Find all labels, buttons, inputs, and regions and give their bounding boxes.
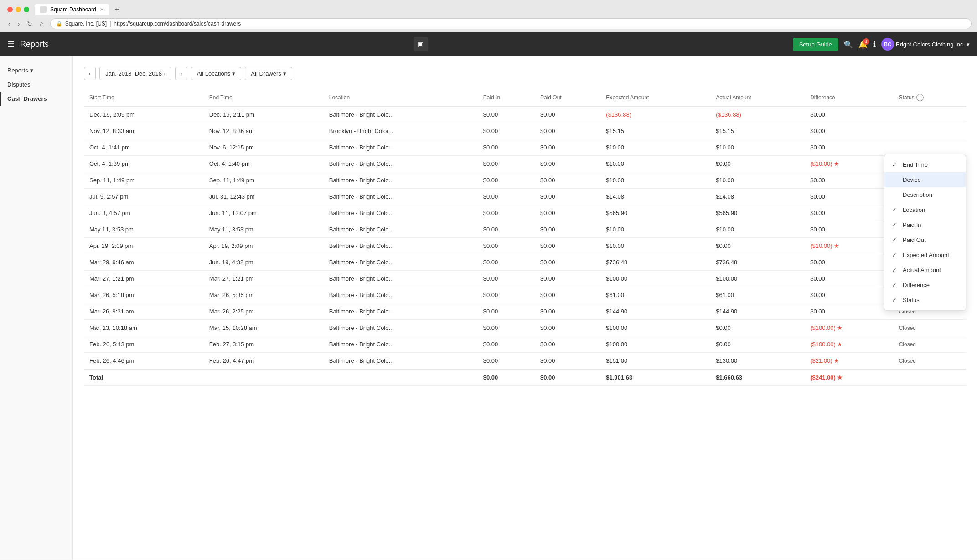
menu-icon[interactable]: ☰ xyxy=(7,39,15,49)
dropdown-item-label-0: End Time xyxy=(903,161,928,168)
cell-paid_in: $0.00 xyxy=(478,205,535,221)
account-dropdown-icon: ▾ xyxy=(967,41,970,48)
table-row[interactable]: Oct. 4, 1:39 pmOct. 4, 1:40 pmBaltimore … xyxy=(84,156,966,172)
col-header-location: Location xyxy=(324,89,478,106)
cell-expected_amount: $151.00 xyxy=(600,353,710,370)
setup-guide-button[interactable]: Setup Guide xyxy=(793,38,838,51)
dropdown-item-9[interactable]: ✓Status xyxy=(884,293,966,308)
cell-start_time: Mar. 29, 9:46 am xyxy=(84,254,204,271)
table-row[interactable]: Mar. 26, 9:31 amMar. 26, 2:25 pmBaltimor… xyxy=(84,303,966,320)
dropdown-item-label-1: Device xyxy=(903,176,921,183)
cell-difference: $0.00 xyxy=(805,139,893,156)
notification-button[interactable]: 🔔 1 xyxy=(858,40,868,49)
table-row[interactable]: Jul. 9, 2:57 pmJul. 31, 12:43 pmBaltimor… xyxy=(84,189,966,205)
add-column-button[interactable]: + xyxy=(916,94,924,101)
table-row[interactable]: Feb. 26, 5:13 pmFeb. 27, 3:15 pmBaltimor… xyxy=(84,336,966,353)
cash-drawers-label: Cash Drawers xyxy=(7,95,47,102)
table-row[interactable]: Mar. 27, 1:21 pmMar. 27, 1:21 pmBaltimor… xyxy=(84,271,966,287)
cell-paid_in: $0.00 xyxy=(478,353,535,370)
cell-paid_out: $0.00 xyxy=(535,254,600,271)
cell-end_time: Feb. 27, 3:15 pm xyxy=(204,336,324,353)
content-area: ‹ Jan. 2018–Dec. 2018 › › All Locations … xyxy=(73,56,977,560)
cell-end_time: Mar. 26, 2:25 pm xyxy=(204,303,324,320)
date-range-button[interactable]: Jan. 2018–Dec. 2018 › xyxy=(99,67,171,80)
cell-paid_out: $0.00 xyxy=(535,205,600,221)
prev-date-button[interactable]: ‹ xyxy=(84,67,96,80)
cell-location: Baltimore - Bright Colo... xyxy=(324,172,478,189)
dropdown-item-8[interactable]: ✓Difference xyxy=(884,277,966,293)
table-row[interactable]: Dec. 19, 2:09 pmDec. 19, 2:11 pmBaltimor… xyxy=(84,106,966,123)
notification-badge: 1 xyxy=(863,38,869,45)
cell-actual_amount: $0.00 xyxy=(710,320,805,336)
cell-paid_out: $0.00 xyxy=(535,172,600,189)
dropdown-item-3[interactable]: ✓Location xyxy=(884,202,966,217)
cell-location: Baltimore - Bright Colo... xyxy=(324,238,478,254)
total-cell-0: Total xyxy=(84,369,478,386)
cell-end_time: Mar. 27, 1:21 pm xyxy=(204,271,324,287)
dropdown-item-5[interactable]: ✓Paid Out xyxy=(884,232,966,247)
new-tab-button[interactable]: + xyxy=(111,4,123,15)
search-icon: 🔍 xyxy=(844,41,853,48)
dropdown-item-0[interactable]: ✓End Time xyxy=(884,157,966,172)
tab-label: Square Dashboard xyxy=(50,6,96,13)
cell-end_time: Apr. 19, 2:09 pm xyxy=(204,238,324,254)
status-header-container: Status + xyxy=(899,94,961,101)
table-row[interactable]: Sep. 11, 1:49 pmSep. 11, 1:49 pmBaltimor… xyxy=(84,172,966,189)
table-row[interactable]: Oct. 4, 1:41 pmNov. 6, 12:15 pmBaltimore… xyxy=(84,139,966,156)
info-button[interactable]: ℹ xyxy=(873,40,876,49)
dropdown-item-1[interactable]: Device xyxy=(884,172,966,187)
sidebar-item-disputes[interactable]: Disputes xyxy=(0,77,72,92)
cell-expected_amount: $100.00 xyxy=(600,320,710,336)
next-date-button[interactable]: › xyxy=(175,67,187,80)
dropdown-item-4[interactable]: ✓Paid In xyxy=(884,217,966,232)
table-row[interactable]: Feb. 26, 4:46 pmFeb. 26, 4:47 pmBaltimor… xyxy=(84,353,966,370)
table-row[interactable]: Jun. 8, 4:57 pmJun. 11, 12:07 pmBaltimor… xyxy=(84,205,966,221)
minimize-dot[interactable] xyxy=(16,7,21,12)
table-row[interactable]: Mar. 29, 9:46 amJun. 19, 4:32 pmBaltimor… xyxy=(84,254,966,271)
dropdown-item-label-4: Paid In xyxy=(903,221,921,228)
browser-tab[interactable]: Square Dashboard ✕ xyxy=(35,4,109,15)
ssl-lock-icon: 🔒 xyxy=(56,21,62,27)
dropdown-item-label-9: Status xyxy=(903,297,920,303)
cell-end_time: Oct. 4, 1:40 pm xyxy=(204,156,324,172)
close-dot[interactable] xyxy=(7,7,13,12)
cell-end_time: Jun. 11, 12:07 pm xyxy=(204,205,324,221)
account-button[interactable]: BC Bright Colors Clothing Inc. ▾ xyxy=(881,38,970,51)
cell-start_time: May 11, 3:53 pm xyxy=(84,221,204,238)
cell-actual_amount: $10.00 xyxy=(710,221,805,238)
dropdown-item-2[interactable]: Description xyxy=(884,187,966,202)
cell-paid_out: $0.00 xyxy=(535,238,600,254)
url-separator: | xyxy=(109,21,111,27)
avatar: BC xyxy=(881,38,894,51)
table-row[interactable]: Apr. 19, 2:09 pmApr. 19, 2:09 pmBaltimor… xyxy=(84,238,966,254)
table-row[interactable]: May 11, 3:53 pmMay 11, 3:53 pmBaltimore … xyxy=(84,221,966,238)
cell-actual_amount: $10.00 xyxy=(710,139,805,156)
search-button[interactable]: 🔍 xyxy=(844,40,853,49)
dropdown-item-6[interactable]: ✓Expected Amount xyxy=(884,247,966,262)
forward-button[interactable]: › xyxy=(15,19,23,28)
date-range-label: Jan. 2018–Dec. 2018 xyxy=(105,70,162,77)
dropdown-item-7[interactable]: ✓Actual Amount xyxy=(884,262,966,277)
dropdown-item-label-3: Location xyxy=(903,206,925,213)
cell-actual_amount: $144.90 xyxy=(710,303,805,320)
location-filter-button[interactable]: All Locations ▾ xyxy=(191,67,242,80)
total-cell-6 xyxy=(894,369,966,386)
back-button[interactable]: ‹ xyxy=(5,19,13,28)
col-header-actual-amount: Actual Amount xyxy=(710,89,805,106)
tab-close-button[interactable]: ✕ xyxy=(100,7,104,13)
table-row[interactable]: Mar. 26, 5:18 pmMar. 26, 5:35 pmBaltimor… xyxy=(84,287,966,303)
table-row[interactable]: Mar. 13, 10:18 amMar. 15, 10:28 amBaltim… xyxy=(84,320,966,336)
table-row[interactable]: Nov. 12, 8:33 amNov. 12, 8:36 amBrooklyn… xyxy=(84,123,966,139)
col-header-status[interactable]: Status + xyxy=(894,89,966,106)
url-bar[interactable]: 🔒 Square, Inc. [US] | https://squareup.c… xyxy=(50,18,972,29)
drawers-filter-button[interactable]: All Drawers ▾ xyxy=(245,67,292,80)
cell-actual_amount: $100.00 xyxy=(710,271,805,287)
refresh-button[interactable]: ↻ xyxy=(24,19,35,28)
cell-start_time: Oct. 4, 1:41 pm xyxy=(84,139,204,156)
home-button[interactable]: ⌂ xyxy=(37,19,46,28)
main-content: Reports ▾ Disputes Cash Drawers ‹ Jan. 2… xyxy=(0,56,977,560)
sidebar-item-cash-drawers[interactable]: Cash Drawers xyxy=(0,92,72,106)
sidebar-item-reports[interactable]: Reports ▾ xyxy=(0,63,72,77)
cell-paid_in: $0.00 xyxy=(478,320,535,336)
maximize-dot[interactable] xyxy=(24,7,29,12)
